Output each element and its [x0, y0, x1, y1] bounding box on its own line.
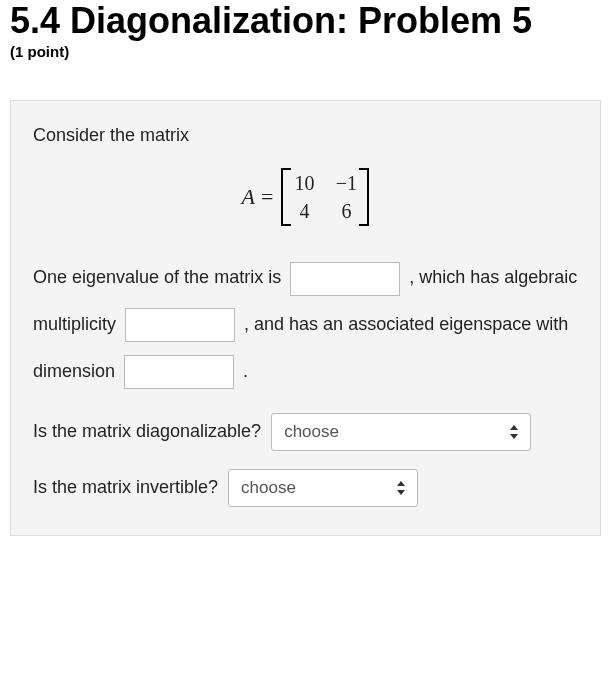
- matrix-equation: A = 10 −1 4 6: [33, 168, 578, 226]
- matrix-cell: −1: [335, 170, 357, 196]
- text-segment: , which has: [409, 267, 499, 287]
- eigenvalue-input[interactable]: [290, 262, 400, 296]
- diagonalizable-row: Is the matrix diagonalizable? choose: [33, 413, 578, 451]
- text-segment: , and has an: [244, 314, 343, 334]
- matrix-lhs: A: [242, 184, 255, 210]
- matrix-equals: =: [261, 184, 273, 210]
- prompt-text: Consider the matrix: [33, 125, 578, 146]
- diagonalizable-label: Is the matrix diagonalizable?: [33, 421, 261, 442]
- eigenspace-dimension-input[interactable]: [124, 355, 234, 389]
- matrix-cell: 10: [293, 170, 315, 196]
- text-segment: .: [243, 361, 248, 381]
- diagonalizable-select[interactable]: choose: [271, 413, 531, 451]
- problem-container: Consider the matrix A = 10 −1 4 6 One: [10, 100, 601, 535]
- bracket-right: [359, 168, 369, 226]
- matrix-cell: 6: [335, 198, 357, 224]
- text-segment: One eigenvalue of the matrix is: [33, 267, 281, 287]
- invertible-row: Is the matrix invertible? choose: [33, 469, 578, 507]
- fill-in-paragraph: One eigenvalue of the matrix is , which …: [33, 254, 578, 394]
- invertible-select[interactable]: choose: [228, 469, 418, 507]
- points-label: (1 point): [10, 43, 601, 60]
- invertible-label: Is the matrix invertible?: [33, 477, 218, 498]
- bracket-left: [281, 168, 291, 226]
- page-title: 5.4 Diagonalization: Problem 5: [10, 0, 601, 41]
- matrix-body: 10 −1 4 6: [281, 168, 369, 226]
- matrix-cell: 4: [293, 198, 315, 224]
- algebraic-multiplicity-input[interactable]: [125, 308, 235, 342]
